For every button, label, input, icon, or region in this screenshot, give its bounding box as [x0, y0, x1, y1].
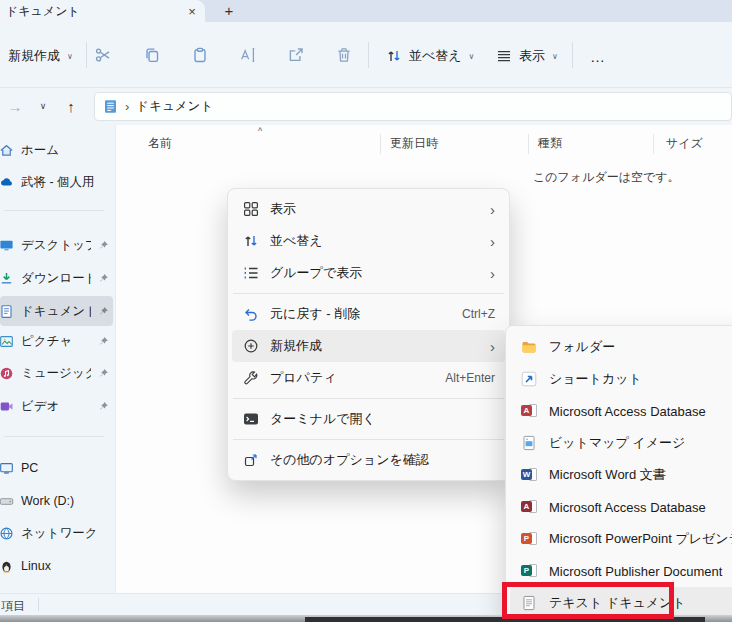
context-menu-item-sort[interactable]: 並べ替え › — [232, 225, 505, 257]
context-menu-item-more-options[interactable]: その他のオプションを確認 — [232, 444, 505, 476]
sidebar-item-work-drive[interactable]: Work (D:) — [0, 486, 113, 516]
submenu-item-shortcut[interactable]: ショートカット — [510, 363, 732, 395]
shortcut-label: Alt+Enter — [445, 371, 495, 385]
group-list-icon — [242, 265, 259, 282]
sidebar-item-pictures[interactable]: ピクチャ — [0, 326, 113, 356]
sidebar-item-documents[interactable]: ドキュメント — [0, 296, 113, 326]
sidebar-item-downloads[interactable]: ダウンロード — [0, 263, 113, 293]
submenu-item-bitmap-image[interactable]: ビットマップ イメージ — [510, 427, 732, 459]
navigation-pane: ホーム 武将 - 個人用 デスクトップ ダウンロード ドキュメント ピクチャ — [0, 125, 115, 593]
sidebar-item-music[interactable]: ミュージック — [0, 358, 113, 388]
column-header-modified[interactable]: 更新日時 — [390, 135, 438, 152]
rename-button[interactable] — [230, 37, 266, 73]
submenu-item-access-database[interactable]: A Microsoft Access Database — [510, 395, 732, 427]
pin-icon — [98, 273, 109, 284]
column-divider[interactable] — [380, 134, 381, 154]
paste-icon — [191, 46, 209, 64]
paste-button[interactable] — [182, 37, 218, 73]
column-divider[interactable] — [528, 134, 529, 154]
command-toolbar: 新規作成 ∨ 並べ替え ∨ 表示 ∨ — [0, 22, 732, 88]
context-menu: 表示 › 並べ替え › グループで表示 › 元に戻す - 削除 Ctrl+Z 新… — [227, 188, 510, 481]
access-icon: A — [521, 403, 537, 419]
up-button[interactable]: ↑ — [58, 92, 84, 120]
new-submenu: フォルダー ショートカット A Microsoft Access Databas… — [505, 325, 732, 622]
toolbar-divider — [572, 42, 573, 68]
downloads-icon — [0, 271, 14, 286]
column-divider[interactable] — [653, 134, 654, 154]
chevron-down-icon: ∨ — [552, 52, 558, 61]
sidebar-item-pc[interactable]: PC — [0, 453, 113, 483]
see-more-button[interactable]: … — [580, 41, 616, 71]
tab-bar: ドキュメント × + — [0, 0, 732, 22]
pin-icon — [98, 240, 109, 251]
share-button[interactable] — [278, 37, 314, 73]
pin-icon — [98, 401, 109, 412]
forward-button[interactable]: → — [2, 92, 28, 120]
documents-icon — [0, 304, 14, 319]
desktop-icon — [0, 238, 14, 253]
context-menu-item-view[interactable]: 表示 › — [232, 193, 505, 225]
explorer-tab[interactable]: ドキュメント × — [0, 0, 205, 22]
column-header-name[interactable]: 名前 — [148, 135, 172, 152]
new-tab-button[interactable]: + — [216, 0, 242, 22]
music-icon — [0, 366, 14, 381]
share-icon — [287, 46, 305, 64]
onedrive-cloud-icon — [0, 175, 14, 190]
copy-button[interactable] — [134, 37, 170, 73]
sidebar-item-onedrive[interactable]: 武将 - 個人用 — [0, 167, 113, 197]
pictures-icon — [0, 334, 14, 349]
copy-icon — [143, 46, 161, 64]
view-button[interactable]: 表示 ∨ — [488, 41, 566, 71]
column-header-type[interactable]: 種類 — [538, 135, 562, 152]
context-menu-item-group-by[interactable]: グループで表示 › — [232, 257, 505, 289]
item-count-label: 項目 — [1, 598, 25, 615]
sidebar-item-linux[interactable]: Linux — [0, 551, 113, 581]
drive-icon — [0, 494, 14, 509]
address-bar[interactable]: › ドキュメント — [94, 92, 732, 121]
cut-button[interactable] — [85, 37, 121, 73]
grid-icon — [242, 201, 259, 218]
context-menu-item-new[interactable]: 新規作成 › — [232, 330, 505, 362]
trash-icon — [335, 46, 353, 64]
context-menu-item-open-terminal[interactable]: ターミナルで開く — [232, 403, 505, 435]
delete-button[interactable] — [326, 37, 362, 73]
chevron-right-icon: › — [490, 339, 495, 354]
pin-icon — [98, 306, 109, 317]
context-menu-item-properties[interactable]: プロパティ Alt+Enter — [232, 362, 505, 394]
wrench-icon — [242, 370, 259, 387]
submenu-item-folder[interactable]: フォルダー — [510, 331, 732, 363]
folder-location-icon — [103, 99, 118, 114]
submenu-item-powerpoint-presentation[interactable]: P Microsoft PowerPoint プレゼンテ — [510, 523, 732, 555]
status-divider — [38, 598, 39, 611]
navigation-bar: → ∨ ↑ › ドキュメント — [0, 88, 732, 125]
sidebar-item-home[interactable]: ホーム — [0, 135, 113, 165]
breadcrumb-separator: › — [125, 99, 129, 114]
sidebar-item-network[interactable]: ネットワーク — [0, 518, 113, 548]
sort-arrows-icon — [386, 48, 402, 64]
column-header-size[interactable]: サイズ — [666, 135, 703, 152]
sort-arrows-icon — [242, 233, 259, 250]
more-options-icon — [242, 452, 259, 469]
new-button[interactable]: 新規作成 ∨ — [2, 42, 79, 70]
sidebar-item-desktop[interactable]: デスクトップ — [0, 230, 113, 260]
submenu-item-word-document[interactable]: W Microsoft Word 文書 — [510, 459, 732, 491]
breadcrumb[interactable]: ドキュメント — [136, 98, 213, 115]
linux-penguin-icon — [0, 559, 14, 574]
submenu-item-access-database-2[interactable]: A Microsoft Access Database — [510, 491, 732, 523]
terminal-icon — [242, 411, 259, 428]
publisher-icon: P — [521, 563, 537, 579]
bitmap-image-icon — [521, 435, 537, 451]
tab-close-icon[interactable]: × — [179, 4, 205, 19]
sidebar-divider — [4, 436, 104, 437]
sidebar-item-videos[interactable]: ビデオ — [0, 391, 113, 421]
access-icon: A — [521, 499, 537, 515]
recent-locations-button[interactable]: ∨ — [30, 92, 56, 120]
scissors-icon — [94, 46, 112, 64]
sort-button[interactable]: 並べ替え ∨ — [378, 41, 482, 71]
word-icon: W — [521, 467, 537, 483]
annotation-highlight-rectangle — [502, 582, 674, 619]
pin-icon — [98, 336, 109, 347]
tab-title: ドキュメント — [0, 3, 179, 20]
sort-ascending-icon: ^ — [258, 126, 262, 136]
context-menu-item-undo[interactable]: 元に戻す - 削除 Ctrl+Z — [232, 298, 505, 330]
